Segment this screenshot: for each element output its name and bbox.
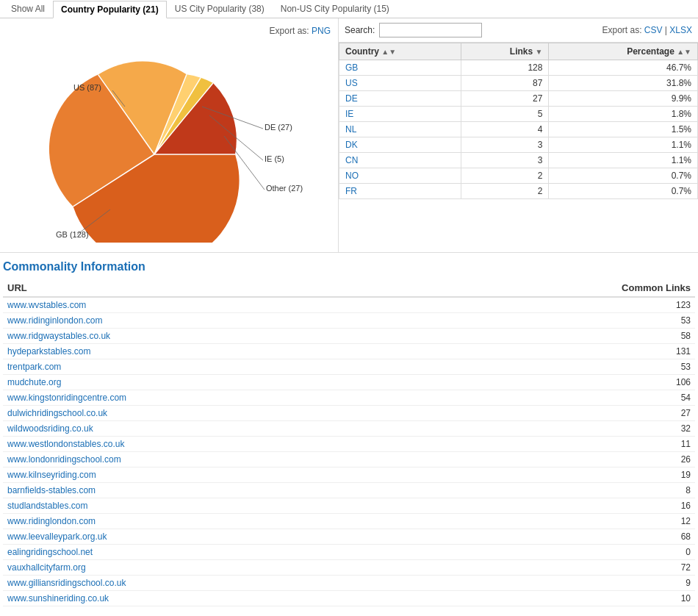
cell-common-links: 53 <box>433 359 695 375</box>
table-row: FR 2 0.7% <box>339 184 698 199</box>
cell-common-links: 123 <box>433 297 695 313</box>
url-link[interactable]: hydeparkstables.com <box>7 346 90 357</box>
commonality-table: URL Common Links www.wvstables.com 123 w… <box>3 279 695 606</box>
country-link[interactable]: FR <box>345 186 357 196</box>
list-item: www.ridinglondon.com 12 <box>3 514 695 529</box>
url-link[interactable]: www.ridinginlondon.com <box>7 315 102 326</box>
export-xlsx-link[interactable]: XLSX <box>669 25 692 35</box>
url-link[interactable]: www.kingstonridingcentre.com <box>7 393 126 403</box>
cell-common-links: 8 <box>433 483 695 498</box>
url-link[interactable]: mudchute.org <box>7 377 61 387</box>
cell-common-links: 54 <box>433 390 695 406</box>
cell-links: 27 <box>461 91 549 107</box>
country-link[interactable]: NO <box>345 171 359 181</box>
list-item: www.leevalleypark.org.uk 68 <box>3 529 695 545</box>
chart-area: Export as: PNG <box>0 18 338 252</box>
cell-percentage: 31.8% <box>549 76 698 91</box>
cell-percentage: 1.1% <box>549 153 698 168</box>
tab-nonus-city-popularity[interactable]: Non-US City Popularity (15) <box>273 0 397 18</box>
cell-percentage: 1.5% <box>549 122 698 137</box>
commonality-header-row: URL Common Links <box>3 279 695 297</box>
cell-url: www.westlondonstables.co.uk <box>3 437 433 452</box>
table-header-row: Country ▲▼ Links ▼ Percentage ▲▼ <box>339 43 698 60</box>
cell-url: www.ridinglondon.com <box>3 514 433 529</box>
cell-common-links: 19 <box>433 468 695 483</box>
search-input[interactable] <box>379 23 482 37</box>
country-link[interactable]: US <box>345 78 358 88</box>
cell-country: NO <box>339 168 461 184</box>
list-item: www.kilnseyriding.com 19 <box>3 468 695 483</box>
url-link[interactable]: ealingridingschool.net <box>7 547 93 557</box>
list-item: www.kingstonridingcentre.com 54 <box>3 390 695 406</box>
url-link[interactable]: vauxhallcityfarm.org <box>7 562 86 573</box>
country-link[interactable]: IE <box>345 109 353 119</box>
cell-url: barnfields-stables.com <box>3 483 433 498</box>
url-link[interactable]: www.kilnseyriding.com <box>7 470 96 480</box>
cell-country: US <box>339 76 461 91</box>
col-url-header: URL <box>3 279 433 297</box>
export-as-label: Export as: <box>602 25 641 35</box>
tab-show-all[interactable]: Show All <box>3 0 53 18</box>
country-link[interactable]: GB <box>345 62 358 73</box>
country-link[interactable]: DE <box>345 93 358 104</box>
cell-country: NL <box>339 122 461 137</box>
col-percentage[interactable]: Percentage ▲▼ <box>549 43 698 60</box>
cell-common-links: 68 <box>433 529 695 545</box>
country-link[interactable]: DK <box>345 140 358 150</box>
tab-us-city-popularity[interactable]: US City Popularity (38) <box>167 0 273 18</box>
url-link[interactable]: www.ridinglondon.com <box>7 516 96 526</box>
col-links-header: Common Links <box>433 279 695 297</box>
table-area: Search: Export as: CSV | XLSX Country ▲▼… <box>338 18 698 252</box>
col-country[interactable]: Country ▲▼ <box>339 43 461 60</box>
list-item: dulwichridingschool.co.uk 27 <box>3 406 695 421</box>
cell-common-links: 0 <box>433 545 695 560</box>
table-row: IE 5 1.8% <box>339 107 698 122</box>
table-scroll[interactable]: Country ▲▼ Links ▼ Percentage ▲▼ GB 128 … <box>339 43 698 199</box>
cell-common-links: 58 <box>433 329 695 344</box>
url-link[interactable]: www.wvstables.com <box>7 300 86 310</box>
list-item: mudchute.org 106 <box>3 375 695 390</box>
pie-label-gb: GB (128) <box>56 230 89 239</box>
url-link[interactable]: barnfields-stables.com <box>7 485 96 495</box>
tab-bar: Show All Country Popularity (21) US City… <box>0 0 698 18</box>
url-link[interactable]: www.ridgwaystables.co.uk <box>7 331 110 341</box>
cell-links: 3 <box>461 153 549 168</box>
export-group: Export as: CSV | XLSX <box>602 25 692 35</box>
top-section: Export as: PNG <box>0 18 698 253</box>
url-link[interactable]: www.westlondonstables.co.uk <box>7 439 124 449</box>
col-links[interactable]: Links ▼ <box>461 43 549 60</box>
list-item: vauxhallcityfarm.org 72 <box>3 560 695 576</box>
country-link[interactable]: CN <box>345 155 358 165</box>
table-row: US 87 31.8% <box>339 76 698 91</box>
table-row: CN 3 1.1% <box>339 153 698 168</box>
cell-common-links: 72 <box>433 560 695 576</box>
sort-arrow-country: ▲▼ <box>381 48 396 56</box>
url-link[interactable]: dulwichridingschool.co.uk <box>7 408 107 418</box>
table-row: DK 3 1.1% <box>339 137 698 153</box>
url-link[interactable]: www.londonridingschool.com <box>7 454 121 465</box>
country-link[interactable]: NL <box>345 124 356 135</box>
list-item: www.gilliansridingschool.co.uk 9 <box>3 576 695 591</box>
pie-label-de: DE (27) <box>265 123 292 132</box>
url-link[interactable]: www.sunshineriding.co.uk <box>7 593 109 604</box>
chart-export: Export as: PNG <box>7 26 331 36</box>
cell-links: 2 <box>461 184 549 199</box>
list-item: www.westlondonstables.co.uk 11 <box>3 437 695 452</box>
url-link[interactable]: wildwoodsriding.co.uk <box>7 423 93 434</box>
cell-links: 87 <box>461 76 549 91</box>
export-png-link[interactable]: PNG <box>312 26 331 36</box>
cell-links: 5 <box>461 107 549 122</box>
url-link[interactable]: www.leevalleypark.org.uk <box>7 531 107 542</box>
url-link[interactable]: www.gilliansridingschool.co.uk <box>7 578 126 588</box>
commonality-section: Commonality Information URL Common Links… <box>0 253 698 614</box>
pie-label-ie: IE (5) <box>265 154 284 163</box>
url-link[interactable]: trentpark.com <box>7 362 61 372</box>
url-link[interactable]: studlandstables.com <box>7 501 87 511</box>
cell-common-links: 10 <box>433 591 695 606</box>
cell-links: 128 <box>461 60 549 76</box>
tab-country-popularity[interactable]: Country Popularity (21) <box>53 1 167 18</box>
export-csv-link[interactable]: CSV <box>644 25 663 35</box>
list-item: hydeparkstables.com 131 <box>3 344 695 359</box>
table-row: DE 27 9.9% <box>339 91 698 107</box>
cell-country: IE <box>339 107 461 122</box>
